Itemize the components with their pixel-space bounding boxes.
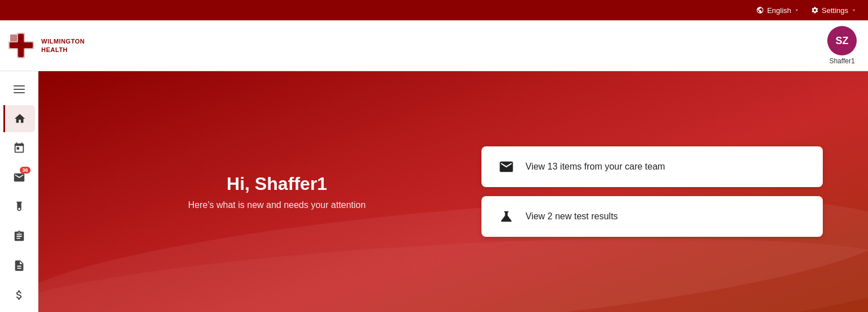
settings-selector[interactable]: Settings (811, 6, 857, 15)
main-content: Hi, Shaffer1 Here's what is new and need… (38, 71, 868, 312)
sidebar-item-appointments[interactable] (3, 135, 35, 162)
sidebar-item-test-results[interactable] (3, 193, 35, 220)
top-bar: English Settings (0, 0, 868, 20)
cards-section: View 13 items from your care team View 2… (481, 146, 823, 237)
avatar[interactable]: SZ (827, 26, 857, 55)
sidebar-item-documents[interactable] (3, 252, 35, 279)
language-selector[interactable]: English (756, 6, 800, 15)
settings-label: Settings (822, 6, 848, 15)
logo-text: WILMINGTON HEALTH (41, 37, 85, 54)
avatar-section[interactable]: SZ Shaffer1 (827, 26, 857, 65)
test-results-text: View 2 new test results (526, 211, 618, 222)
sidebar-item-health-summary[interactable] (3, 223, 35, 250)
header: WILMINGTON HEALTH SZ Shaffer1 (0, 20, 868, 71)
messages-badge: 36 (20, 167, 30, 174)
sidebar-item-menu[interactable] (3, 76, 35, 103)
chevron-down-icon (794, 7, 800, 13)
greeting-title: Hi, Shaffer1 (106, 174, 448, 194)
gear-icon (811, 6, 819, 14)
home-icon (14, 112, 26, 125)
clipboard-icon (13, 230, 25, 242)
sidebar: 36 (0, 71, 38, 312)
logo-area[interactable]: WILMINGTON HEALTH (6, 30, 85, 61)
billing-icon (13, 289, 25, 301)
globe-icon (756, 6, 764, 14)
avatar-name: Shaffer1 (829, 57, 854, 65)
sidebar-item-home[interactable] (3, 105, 35, 132)
layout: 36 (0, 71, 868, 312)
care-team-text: View 13 items from your care team (526, 162, 665, 172)
sidebar-item-messages[interactable]: 36 (3, 164, 35, 191)
document-icon (13, 259, 25, 272)
greeting-section: Hi, Shaffer1 Here's what is new and need… (106, 174, 448, 210)
greeting-subtitle: Here's what is new and needs your attent… (106, 200, 448, 210)
card-flask-icon (497, 207, 515, 226)
logo-icon (6, 30, 37, 61)
svg-rect-4 (10, 34, 17, 41)
card-mail-icon (497, 158, 515, 176)
care-team-card[interactable]: View 13 items from your care team (481, 146, 823, 187)
settings-chevron-icon (851, 7, 857, 13)
menu-icon (14, 85, 25, 93)
svg-rect-3 (10, 42, 33, 48)
test-results-card[interactable]: View 2 new test results (481, 196, 823, 237)
language-label: English (767, 6, 791, 15)
flask-icon (13, 201, 25, 213)
sidebar-item-billing[interactable] (3, 281, 35, 309)
calendar-icon (13, 142, 25, 154)
content-inner: Hi, Shaffer1 Here's what is new and need… (38, 146, 868, 237)
